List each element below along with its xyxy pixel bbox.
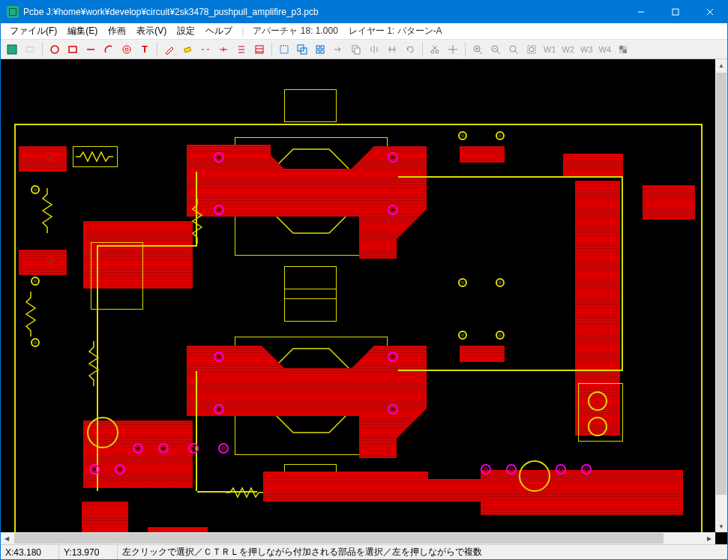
pad xyxy=(31,338,40,347)
pad xyxy=(458,331,467,340)
tool-app-icon[interactable] xyxy=(4,41,20,58)
layer-info[interactable]: レイヤー 1: パターン-A xyxy=(344,25,447,37)
pcb-canvas[interactable] xyxy=(1,59,715,532)
tool-select-icon[interactable] xyxy=(276,41,292,58)
tool-align-icon[interactable] xyxy=(233,41,250,58)
tool-rect-icon[interactable] xyxy=(64,41,81,58)
pad xyxy=(496,331,505,340)
menu-view[interactable]: 表示(V) xyxy=(132,23,171,39)
copper-fill xyxy=(481,470,683,502)
tool-swatch-icon[interactable] xyxy=(615,41,631,58)
minimize-button[interactable] xyxy=(624,1,658,23)
tool-zoomin-icon[interactable] xyxy=(469,41,486,58)
scroll-up-icon[interactable]: ▲ xyxy=(715,59,727,71)
scrollbar-vertical[interactable]: ▲ ▼ xyxy=(715,59,727,532)
pad xyxy=(188,443,199,454)
svg-line-38 xyxy=(479,51,482,54)
scroll-thumb[interactable] xyxy=(716,73,727,495)
svg-point-61 xyxy=(589,392,607,410)
scrollbar-horizontal[interactable]: ◀ ▶ xyxy=(1,532,715,544)
scroll-right-icon[interactable]: ▶ xyxy=(703,532,715,544)
tool-blank-icon[interactable] xyxy=(22,41,38,58)
tool-grid-icon[interactable] xyxy=(312,41,328,58)
svg-rect-22 xyxy=(280,46,288,53)
scroll-track[interactable] xyxy=(13,532,703,544)
tool-arrow-icon[interactable] xyxy=(330,41,346,58)
maximize-button[interactable] xyxy=(658,1,693,23)
tool-flip-icon[interactable] xyxy=(384,41,400,58)
menu-edit[interactable]: 編集(E) xyxy=(63,23,102,39)
tool-cross-icon[interactable] xyxy=(445,41,461,58)
pad xyxy=(556,464,566,475)
tool-zoomarea-icon[interactable] xyxy=(523,41,540,58)
copper-fill xyxy=(19,146,67,172)
svg-point-9 xyxy=(123,46,130,53)
workspace-w2[interactable]: W2 xyxy=(560,45,577,54)
scroll-track[interactable] xyxy=(715,71,727,520)
tool-rotate-icon[interactable] xyxy=(402,41,418,58)
tool-text-icon[interactable]: T xyxy=(136,41,153,58)
tool-zoomout-icon[interactable] xyxy=(487,41,504,58)
svg-rect-5 xyxy=(26,47,34,52)
svg-line-45 xyxy=(515,51,518,54)
tool-circle-icon[interactable] xyxy=(46,41,63,58)
tool-hatch-icon[interactable] xyxy=(251,41,268,58)
pcb-layer xyxy=(1,59,715,532)
svg-rect-27 xyxy=(316,50,319,53)
pad xyxy=(31,185,40,194)
tool-cut-icon[interactable] xyxy=(427,41,443,58)
svg-point-10 xyxy=(125,48,128,51)
tool-line-icon[interactable] xyxy=(82,41,99,58)
trace xyxy=(398,176,623,178)
tool-trim-icon[interactable] xyxy=(215,41,232,58)
scroll-thumb[interactable] xyxy=(14,533,664,544)
toolbar: T W1 W2 W3 W4 xyxy=(1,40,727,59)
scroll-left-icon[interactable]: ◀ xyxy=(1,532,13,544)
pad xyxy=(214,152,224,163)
pad xyxy=(496,278,505,287)
tool-arc-icon[interactable] xyxy=(100,41,117,58)
pad xyxy=(46,256,55,265)
trace xyxy=(622,176,623,371)
tool-selectall-icon[interactable] xyxy=(294,41,310,58)
copper-fill xyxy=(19,250,67,275)
menubar: ファイル(F) 編集(E) 作画 表示(V) 設定 ヘルプ | アパーチャ 18… xyxy=(1,23,727,40)
svg-rect-26 xyxy=(321,46,324,49)
pad xyxy=(388,205,398,215)
menu-separator: | xyxy=(241,26,244,37)
toolbar-separator xyxy=(422,42,423,57)
menu-draw[interactable]: 作画 xyxy=(103,23,130,39)
pad xyxy=(458,131,467,140)
workspace-w1[interactable]: W1 xyxy=(541,45,559,54)
workspace-w3[interactable]: W3 xyxy=(578,45,595,54)
tool-donut-icon[interactable] xyxy=(118,41,135,58)
tool-copy-icon[interactable] xyxy=(348,41,364,58)
hole-icon xyxy=(86,416,119,449)
svg-point-47 xyxy=(529,47,534,52)
pad xyxy=(214,205,224,215)
menu-help[interactable]: ヘルプ xyxy=(201,23,237,39)
aperture-info[interactable]: アパーチャ 18: 1.000 xyxy=(248,25,342,37)
pad xyxy=(458,278,467,287)
tool-zoomfit-icon[interactable] xyxy=(505,41,522,58)
menu-settings[interactable]: 設定 xyxy=(172,23,199,39)
tool-eraser-icon[interactable] xyxy=(179,41,196,58)
menu-file[interactable]: ファイル(F) xyxy=(5,23,61,39)
svg-rect-48 xyxy=(619,46,623,49)
tool-pen-icon[interactable] xyxy=(161,41,178,58)
workspace-w4[interactable]: W4 xyxy=(597,45,614,54)
tool-mirror-icon[interactable] xyxy=(366,41,382,58)
copper-fill xyxy=(563,154,623,176)
hole-icon xyxy=(518,460,551,493)
hole-icon xyxy=(587,391,608,412)
scroll-down-icon[interactable]: ▼ xyxy=(715,520,727,532)
pad xyxy=(581,464,592,475)
resistor-icon xyxy=(88,341,100,386)
pad xyxy=(481,464,491,475)
tool-break-icon[interactable] xyxy=(197,41,214,58)
pad xyxy=(214,352,224,362)
component-outline xyxy=(284,89,337,122)
resistor-icon xyxy=(76,151,113,163)
svg-point-62 xyxy=(589,418,607,436)
close-button[interactable] xyxy=(693,1,727,23)
